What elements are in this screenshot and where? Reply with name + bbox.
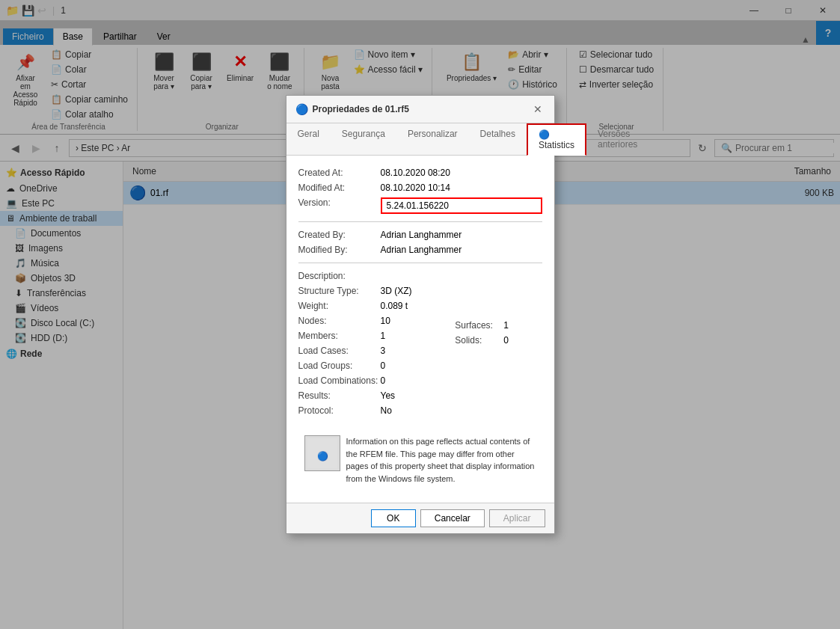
version-value: 5.24.01.156220 (381, 197, 542, 214)
tab-statistics[interactable]: 🔵 Statistics (527, 123, 586, 156)
dialog-overlay: 🔵 Propriedades de 01.rf5 ✕ Geral Seguran… (0, 0, 840, 629)
created-by-row: Created By: Adrian Langhammer (298, 230, 542, 240)
load-cases-row: Load Cases: 3 (298, 346, 444, 356)
description-row: Description: (298, 271, 542, 281)
results-row: Results: Yes (298, 390, 444, 401)
surfaces-row: Surfaces: 1 (455, 320, 542, 331)
stats-col-left: Weight: 0.089 t Nodes: 10 Members: 1 Loa… (298, 301, 444, 420)
dialog-title-icon: 🔵 (295, 103, 308, 115)
weight-value: 0.089 t (381, 301, 444, 311)
nodes-row: Nodes: 10 (298, 316, 444, 326)
tab-versoes[interactable]: Versões anteriores (586, 123, 649, 156)
load-groups-value: 0 (381, 360, 444, 371)
modified-by-value: Adrian Langhammer (381, 245, 542, 255)
tab-detalhes[interactable]: Detalhes (469, 123, 527, 156)
dialog-footer: OK Cancelar Aplicar (286, 503, 554, 533)
svg-text:🔵: 🔵 (316, 450, 328, 461)
tab-geral[interactable]: Geral (286, 123, 331, 156)
modified-by-row: Modified By: Adrian Langhammer (298, 245, 542, 255)
structure-type-row: Structure Type: 3D (XZ) (298, 286, 542, 296)
separator-2 (298, 263, 542, 263)
dialog-tabs: Geral Segurança Personalizar Detalhes 🔵 … (286, 123, 554, 156)
protocol-value: No (381, 405, 444, 416)
properties-dialog: 🔵 Propriedades de 01.rf5 ✕ Geral Seguran… (286, 95, 555, 534)
structure-type-value: 3D (XZ) (381, 286, 542, 296)
ok-button[interactable]: OK (371, 509, 416, 527)
weight-row: Weight: 0.089 t (298, 301, 444, 311)
surfaces-value: 1 (503, 320, 542, 331)
apply-button[interactable]: Aplicar (489, 509, 545, 527)
created-at-row: Created At: 08.10.2020 08:20 (298, 168, 542, 178)
separator-1 (298, 221, 542, 222)
nodes-value: 10 (381, 316, 444, 326)
load-combinations-value: 0 (381, 375, 444, 386)
members-row: Members: 1 (298, 331, 444, 341)
tab-personalizar[interactable]: Personalizar (396, 123, 469, 156)
version-row: Version: 5.24.01.156220 (298, 197, 542, 214)
dialog-close-button[interactable]: ✕ (530, 102, 545, 117)
members-value: 1 (381, 331, 444, 341)
results-value: Yes (381, 390, 444, 401)
statistics-tab-icon: 🔵 (539, 129, 550, 140)
dialog-title-text: 🔵 Propriedades de 01.rf5 (295, 103, 409, 115)
stats-cols: Weight: 0.089 t Nodes: 10 Members: 1 Loa… (298, 301, 542, 420)
info-icon: 🔵 (304, 435, 340, 471)
cancel-button[interactable]: Cancelar (420, 509, 485, 527)
tab-seguranca[interactable]: Segurança (331, 123, 396, 156)
load-combinations-row: Load Combinations: 0 (298, 375, 444, 386)
stats-col-right: Surfaces: 1 Solids: 0 (455, 301, 542, 420)
info-text: Information on this page reflects actual… (346, 435, 536, 485)
dialog-title-bar: 🔵 Propriedades de 01.rf5 ✕ (286, 96, 554, 123)
description-value (381, 271, 542, 281)
protocol-row: Protocol: No (298, 405, 444, 416)
solids-value: 0 (503, 335, 542, 346)
solids-row: Solids: 0 (455, 335, 542, 346)
dialog-info: 🔵 Information on this page reflects actu… (298, 429, 542, 491)
modified-at-value: 08.10.2020 10:14 (381, 182, 542, 193)
created-by-value: Adrian Langhammer (381, 230, 542, 240)
modified-at-row: Modified At: 08.10.2020 10:14 (298, 182, 542, 193)
load-cases-value: 3 (381, 346, 444, 356)
dialog-content: Created At: 08.10.2020 08:20 Modified At… (286, 156, 554, 503)
load-groups-row: Load Groups: 0 (298, 360, 444, 371)
created-at-value: 08.10.2020 08:20 (381, 168, 542, 178)
